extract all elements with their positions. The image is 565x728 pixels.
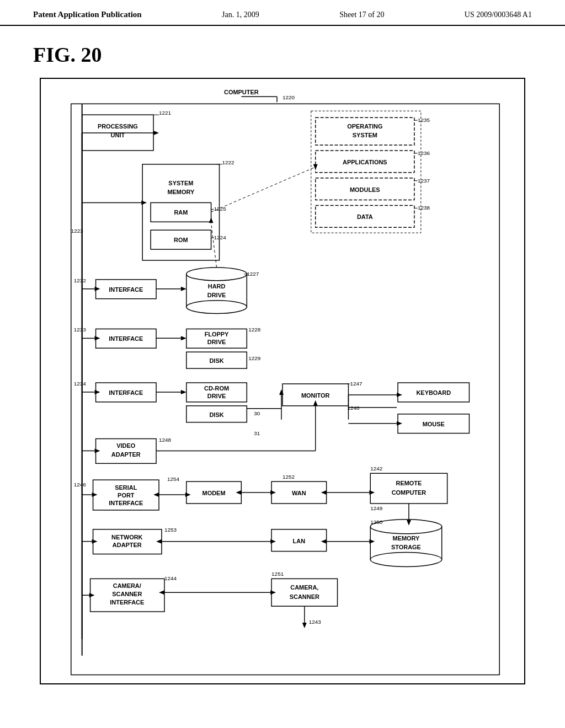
patent-diagram: COMPUTER 1220 PROCESSING UNIT 1221 SYSTE… [40, 78, 525, 684]
svg-text:COMPUTER: COMPUTER [392, 489, 427, 496]
svg-text:1248: 1248 [159, 436, 172, 442]
svg-text:INTERFACE: INTERFACE [109, 335, 143, 342]
svg-text:1236: 1236 [418, 150, 430, 156]
svg-text:INTERFACE: INTERFACE [109, 286, 143, 293]
svg-marker-160 [270, 539, 276, 544]
svg-text:LAN: LAN [293, 538, 306, 544]
svg-marker-102 [279, 389, 284, 395]
svg-marker-65 [209, 217, 214, 223]
svg-text:INTERFACE: INTERFACE [109, 500, 143, 506]
svg-marker-159 [156, 539, 162, 544]
sheet-label: Sheet 17 of 20 [339, 10, 384, 19]
svg-text:SCANNER: SCANNER [112, 591, 142, 597]
svg-text:31: 31 [254, 430, 260, 436]
svg-marker-135 [185, 493, 191, 497]
svg-text:1221: 1221 [159, 110, 172, 116]
patent-number-label: US 2009/0003648 A1 [465, 10, 532, 19]
svg-marker-84 [95, 390, 100, 394]
svg-text:SYSTEM: SYSTEM [353, 132, 377, 138]
svg-marker-140 [236, 490, 241, 495]
svg-text:1243: 1243 [309, 619, 322, 625]
svg-text:1253: 1253 [164, 527, 177, 533]
svg-text:ADAPTER: ADAPTER [113, 542, 142, 548]
svg-marker-56 [181, 287, 186, 291]
svg-point-163 [370, 553, 441, 567]
svg-marker-27 [153, 131, 159, 135]
svg-text:DRIVE: DRIVE [207, 339, 226, 345]
svg-text:APPLICATIONS: APPLICATIONS [343, 159, 387, 165]
svg-text:1242: 1242 [370, 465, 383, 472]
svg-text:FLOPPY: FLOPPY [205, 331, 229, 338]
svg-text:CD-ROM: CD-ROM [204, 385, 229, 392]
svg-text:30: 30 [254, 410, 260, 416]
svg-text:CAMERA,: CAMERA, [290, 584, 318, 591]
svg-rect-142 [370, 473, 447, 504]
svg-marker-72 [181, 336, 186, 340]
svg-text:1227: 1227 [247, 271, 259, 277]
svg-marker-149 [369, 490, 375, 495]
svg-text:NETWORK: NETWORK [111, 534, 143, 540]
svg-text:1244: 1244 [164, 575, 177, 581]
svg-line-30 [211, 167, 316, 212]
svg-text:1237: 1237 [418, 178, 430, 184]
svg-text:MEMORY: MEMORY [393, 535, 420, 542]
svg-text:MOUSE: MOUSE [423, 421, 445, 427]
svg-marker-86 [181, 390, 186, 394]
svg-text:DISK: DISK [209, 411, 223, 418]
svg-text:1247: 1247 [350, 381, 363, 387]
svg-marker-169 [369, 539, 375, 544]
date-label: Jan. 1, 2009 [222, 10, 259, 19]
svg-text:DRIVE: DRIVE [207, 393, 226, 399]
svg-text:RAM: RAM [174, 209, 188, 216]
svg-marker-122 [313, 400, 318, 406]
svg-text:MONITOR: MONITOR [301, 392, 330, 399]
svg-text:1246: 1246 [74, 481, 87, 488]
svg-text:MEMORY: MEMORY [167, 189, 195, 195]
svg-text:1252: 1252 [282, 474, 295, 480]
svg-marker-54 [95, 287, 100, 291]
svg-text:1229: 1229 [248, 355, 261, 361]
svg-text:PORT: PORT [118, 492, 135, 499]
svg-text:MODULES: MODULES [350, 186, 380, 193]
svg-text:WAN: WAN [292, 490, 306, 496]
svg-text:VIDEO: VIDEO [116, 442, 136, 449]
svg-text:1222: 1222 [222, 159, 235, 165]
publication-label: Patent Application Publication [33, 10, 142, 19]
svg-text:1238: 1238 [418, 205, 430, 211]
svg-marker-185 [270, 590, 276, 595]
svg-text:ADAPTER: ADAPTER [111, 451, 141, 458]
svg-text:INTERFACE: INTERFACE [110, 599, 144, 606]
svg-marker-29 [141, 200, 147, 205]
svg-point-59 [186, 301, 247, 314]
main-content: FIG. 20 COMPUTER 1220 PROCESSING UNIT 12… [0, 26, 565, 701]
svg-text:1224: 1224 [214, 234, 227, 240]
svg-text:DATA: DATA [357, 213, 373, 220]
svg-marker-113 [397, 421, 402, 426]
page-header: Patent Application Publication Jan. 1, 2… [0, 0, 565, 26]
svg-text:DISK: DISK [209, 357, 223, 364]
svg-marker-129 [92, 493, 98, 497]
svg-text:KEYBOARD: KEYBOARD [416, 389, 451, 396]
svg-marker-141 [270, 490, 276, 495]
svg-text:1225: 1225 [214, 206, 227, 212]
svg-text:CAMERA/: CAMERA/ [113, 582, 141, 589]
svg-text:SERIAL: SERIAL [115, 484, 137, 491]
svg-text:OPERATING: OPERATING [347, 123, 382, 130]
svg-marker-70 [95, 336, 100, 340]
svg-text:1220: 1220 [282, 94, 295, 100]
figure-title: FIG. 20 [33, 42, 532, 67]
svg-text:1250: 1250 [370, 519, 383, 525]
svg-text:1235: 1235 [418, 117, 430, 123]
svg-marker-155 [92, 539, 98, 544]
svg-marker-134 [153, 493, 159, 497]
svg-text:HARD: HARD [208, 283, 226, 290]
svg-text:REMOTE: REMOTE [396, 480, 422, 486]
svg-rect-179 [271, 579, 337, 606]
svg-text:SCANNER: SCANNER [290, 593, 319, 600]
svg-text:1234: 1234 [74, 381, 87, 387]
svg-text:STORAGE: STORAGE [391, 544, 421, 550]
svg-text:1232: 1232 [74, 277, 87, 283]
svg-text:INTERFACE: INTERFACE [109, 389, 143, 396]
svg-marker-178 [89, 593, 95, 597]
svg-line-64 [211, 223, 217, 267]
